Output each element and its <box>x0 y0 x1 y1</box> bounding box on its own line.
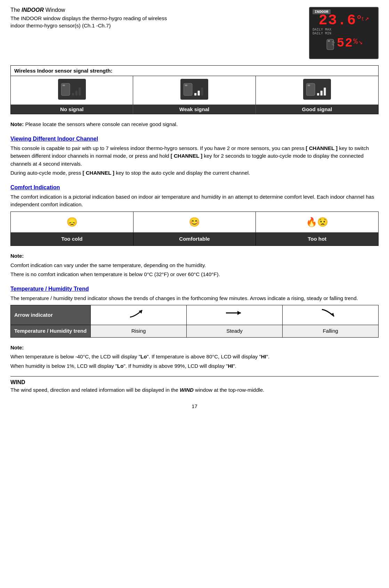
trend-note-line2: When humidity is below 1%, LCD will disp… <box>10 362 379 370</box>
trend-note-title: Note: <box>10 345 24 350</box>
no-signal-label: No signal <box>11 105 133 114</box>
header-title: The INDOOR Window <box>10 7 236 13</box>
comfort-title: Comfort Indication <box>10 183 379 192</box>
falling-arrow-cell <box>283 305 379 325</box>
trend-table: Arrow indicator <box>10 305 379 338</box>
trend-label-row: Temperature / Humidity trend Rising Stea… <box>11 325 379 338</box>
weak-signal-label: Weak signal <box>133 105 256 114</box>
title-suffix: Window <box>44 7 65 13</box>
svg-rect-14 <box>194 93 196 96</box>
signal-cell-weak <box>133 76 256 105</box>
falling-label: Falling <box>283 325 379 338</box>
humid-unit: % <box>353 38 358 46</box>
comfort-para: The comfort indication is a pictorial in… <box>10 193 379 209</box>
too-cold-icon: 😞 <box>11 212 133 232</box>
indoor-temp-unit: t <box>356 15 365 25</box>
comfort-note-line2: There is no comfort indication when temp… <box>10 271 379 279</box>
header-text: The INDOOR Window The INDOOR window disp… <box>10 7 236 29</box>
viewing-channel-para2: During auto-cycle mode, press [ CHANNEL … <box>10 169 379 177</box>
svg-marker-24 <box>237 311 241 315</box>
wind-title: WIND <box>10 379 379 386</box>
svg-rect-9 <box>72 93 74 96</box>
indoor-humid-row: 52 % ↘ <box>325 36 363 53</box>
comfortable-label: Comfortable <box>133 232 256 246</box>
svg-rect-13 <box>185 84 187 86</box>
svg-rect-16 <box>201 88 203 96</box>
rising-arrow-cell <box>91 305 187 325</box>
no-signal-icon <box>58 79 86 100</box>
title-prefix: The <box>10 7 22 13</box>
good-signal-icon <box>303 79 331 100</box>
viewing-channel-section: Viewing Different Indoor Channel This co… <box>10 135 379 177</box>
header-section: The INDOOR Window The INDOOR window disp… <box>10 7 379 59</box>
trend-section: Temperature / Humidity Trend The tempera… <box>10 285 379 338</box>
svg-rect-10 <box>75 91 77 96</box>
svg-rect-20 <box>320 91 322 96</box>
note1-prefix: Note: <box>10 121 24 127</box>
comfort-section: Comfort Indication The comfort indicatio… <box>10 183 379 246</box>
trend-note-line1: When temperature is below -40°C, the LCD… <box>10 353 379 361</box>
too-hot-icon: 🔥😟 <box>256 212 379 232</box>
steady-label: Steady <box>187 325 283 338</box>
comfort-note-section: Note: Comfort indication can vary under … <box>10 252 379 279</box>
note-signal: Note: Please locate the sensors where co… <box>10 121 379 129</box>
comfort-icon-row: 😞 😊 🔥😟 <box>11 212 379 232</box>
comfort-note-title: Note: <box>10 253 24 259</box>
desc-line2: indoor thermo-hygro sensor(s) (Ch.1 -Ch.… <box>10 23 111 28</box>
too-hot-label: Too hot <box>256 232 379 246</box>
rising-label: Rising <box>91 325 187 338</box>
steady-arrow-cell <box>187 305 283 325</box>
indoor-humid: 52 <box>337 36 353 50</box>
signal-header: Wireless Indoor sensor signal strength: <box>11 66 378 76</box>
svg-rect-15 <box>198 91 200 96</box>
signal-grid <box>11 76 378 105</box>
svg-rect-8 <box>63 84 65 86</box>
indoor-temp-row: 23.6 t ↗ <box>319 13 369 28</box>
header-description: The INDOOR window displays the thermo-hy… <box>10 15 236 29</box>
svg-rect-11 <box>79 88 81 96</box>
too-cold-label: Too cold <box>11 232 133 246</box>
page-number: 17 <box>10 403 379 409</box>
title-em: INDOOR <box>22 7 44 13</box>
svg-rect-3 <box>328 40 330 42</box>
viewing-channel-para1: This console is capable to pair with up … <box>10 144 379 168</box>
indoor-temp: 23.6 <box>319 13 357 28</box>
weak-signal-icon <box>180 79 208 100</box>
svg-line-5 <box>332 43 335 43</box>
trend-title: Temperature / Humidity Trend <box>10 285 379 293</box>
trend-arrow-row: Arrow indicator <box>11 305 379 325</box>
comfortable-icon: 😊 <box>133 212 256 232</box>
rising-arrow-icon: ↗ <box>365 14 369 23</box>
trend-humidity-header: Temperature / Humidity trend <box>11 325 91 338</box>
viewing-channel-title: Viewing Different Indoor Channel <box>10 135 379 143</box>
signal-section: Wireless Indoor sensor signal strength: <box>10 65 379 114</box>
indoor-display: INDOOR 23.6 t ↗ DAILY MAXDAILY MIN <box>309 7 379 59</box>
svg-rect-19 <box>317 93 319 96</box>
svg-point-0 <box>358 16 360 18</box>
signal-label-row: No signal Weak signal Good signal <box>11 105 378 114</box>
indoor-minmax-label: DAILY MAXDAILY MIN <box>313 28 331 35</box>
falling-arrow-icon: ↘ <box>358 38 363 46</box>
svg-text:t: t <box>361 16 364 22</box>
wind-para: The wind speed, direction and related in… <box>10 387 379 393</box>
wind-section: WIND The wind speed, direction and relat… <box>10 376 379 393</box>
desc-line1: The INDOOR window displays the thermo-hy… <box>10 15 167 21</box>
comfort-table: 😞 😊 🔥😟 Too cold Comfortable Too hot <box>10 212 379 246</box>
sensor-icon <box>325 38 335 53</box>
good-signal-label: Good signal <box>256 105 378 114</box>
arrow-indicator-header: Arrow indicator <box>11 305 91 325</box>
comfort-note-line1: Comfort indication can vary under the sa… <box>10 262 379 270</box>
indoor-label: INDOOR <box>313 9 331 14</box>
note1-text: Please locate the sensors where console … <box>24 121 178 127</box>
signal-cell-none <box>11 76 133 105</box>
trend-para: The temperature / humidity trend indicat… <box>10 295 379 303</box>
svg-rect-18 <box>308 84 310 86</box>
trend-note-section: Note: When temperature is below -40°C, t… <box>10 344 379 370</box>
signal-cell-good <box>256 76 378 105</box>
svg-rect-21 <box>324 88 326 96</box>
comfort-label-row: Too cold Comfortable Too hot <box>11 232 379 246</box>
